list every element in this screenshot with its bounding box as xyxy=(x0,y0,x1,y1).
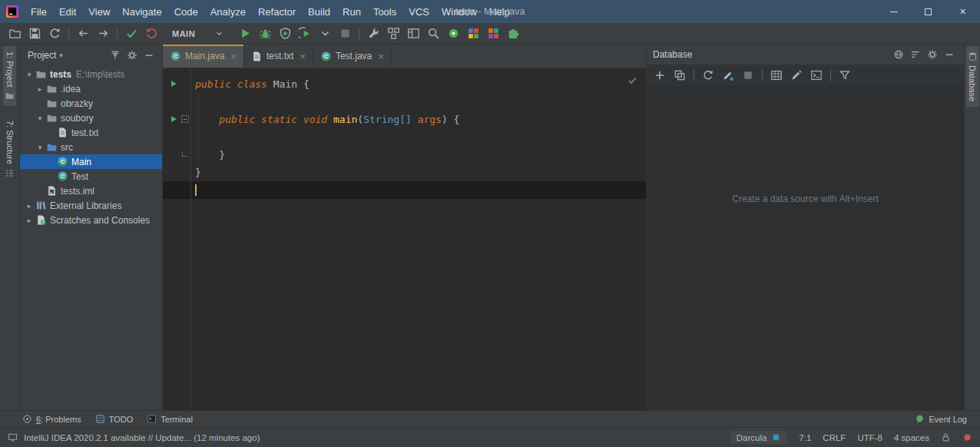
menu-window[interactable]: Window xyxy=(435,3,483,21)
chevron-down-icon[interactable]: ▾ xyxy=(25,71,34,78)
editor-tab-test-java[interactable]: CTest.java× xyxy=(313,45,392,68)
menu-vcs[interactable]: VCS xyxy=(402,3,435,21)
stop-db-button[interactable] xyxy=(738,66,758,84)
tree-item-test-txt[interactable]: test.txt xyxy=(20,125,162,140)
menu-build[interactable]: Build xyxy=(302,3,336,21)
menu-code[interactable]: Code xyxy=(168,3,204,21)
tree-item-main[interactable]: CMain xyxy=(20,154,162,169)
project-view-select[interactable]: Project ▾ xyxy=(25,48,66,62)
menu-edit[interactable]: Edit xyxy=(53,3,82,21)
refresh-button[interactable] xyxy=(698,66,718,84)
view-options-button[interactable] xyxy=(907,47,924,62)
toolwindow-button-6-problems[interactable]: 6: Problems xyxy=(15,411,88,427)
close-icon[interactable]: × xyxy=(300,51,306,61)
coverage-button[interactable] xyxy=(275,25,295,43)
filter-button[interactable] xyxy=(835,66,855,84)
toolwindow-button-7-structure[interactable]: 7: Structure xyxy=(3,115,16,184)
chevron-right-icon[interactable]: ▸ xyxy=(35,85,45,93)
hide-button[interactable] xyxy=(941,47,958,62)
run-gutter-icon[interactable] xyxy=(169,79,178,88)
chevron-down-button[interactable] xyxy=(315,25,335,43)
tree-item-src[interactable]: ▾src xyxy=(20,140,162,154)
tree-item-obrazky[interactable]: obrazky xyxy=(20,96,162,111)
layout-button[interactable] xyxy=(403,25,423,43)
debug-button[interactable] xyxy=(255,25,275,43)
status-message[interactable]: IntelliJ IDEA 2020.2.1 available // Upda… xyxy=(24,433,260,442)
puzzle-button[interactable] xyxy=(503,25,523,43)
code-line[interactable]: } xyxy=(163,164,646,181)
menu-file[interactable]: File xyxy=(25,3,53,21)
run-configuration-select[interactable]: MAIN xyxy=(167,28,229,38)
caret-position-widget[interactable]: 7:1 xyxy=(799,433,811,442)
open-button[interactable] xyxy=(5,25,25,43)
code-line[interactable]: } xyxy=(163,146,646,164)
plugin-grid-button[interactable] xyxy=(463,25,483,43)
console-button[interactable] xyxy=(806,66,826,84)
tree-item-scratches-and-consoles[interactable]: ▸Scratches and Consoles xyxy=(20,213,162,227)
close-icon[interactable]: × xyxy=(230,51,237,61)
gear-icon[interactable] xyxy=(124,48,141,63)
forward-button[interactable] xyxy=(93,25,113,43)
menu-navigate[interactable]: Navigate xyxy=(116,3,167,21)
tree-item-soubory[interactable]: ▾soubory xyxy=(20,111,162,125)
wrench-button[interactable] xyxy=(363,25,383,43)
collapse-all-button[interactable] xyxy=(107,48,124,63)
edit-button[interactable] xyxy=(786,66,806,84)
duplicate-button[interactable] xyxy=(670,66,690,84)
toolwindow-button-event-log[interactable]: Event Log xyxy=(908,411,974,427)
hide-panel-button[interactable] xyxy=(141,48,157,63)
toolwindow-button-terminal[interactable]: Terminal xyxy=(140,411,200,427)
minimize-button[interactable] xyxy=(876,0,911,23)
tree-item-idea[interactable]: ▸.idea xyxy=(20,81,162,96)
notification-dot-icon[interactable] xyxy=(962,432,972,442)
menu-view[interactable]: View xyxy=(82,3,116,21)
tree-item-tests[interactable]: ▾testsE:\tmp\tests xyxy=(20,67,162,81)
toolwindow-button-todo[interactable]: TODO xyxy=(88,411,141,427)
search-button[interactable] xyxy=(423,25,443,43)
save-button[interactable] xyxy=(25,25,45,43)
code-line[interactable] xyxy=(163,128,646,146)
rollback-button[interactable] xyxy=(141,25,161,43)
menu-tools[interactable]: Tools xyxy=(367,3,402,21)
tree-item-test[interactable]: CTest xyxy=(20,169,162,184)
tree-item-tests-iml[interactable]: tests.iml xyxy=(20,184,162,198)
chevron-right-icon[interactable]: ▸ xyxy=(25,217,34,224)
menu-analyze[interactable]: Analyze xyxy=(204,3,252,21)
run-gutter-icon[interactable] xyxy=(169,114,178,124)
code-line[interactable]: public class Main { xyxy=(163,75,646,93)
toolwindow-button-1-project[interactable]: 1: Project xyxy=(3,46,16,106)
chevron-right-icon[interactable]: ▸ xyxy=(25,202,34,210)
lock-icon[interactable] xyxy=(941,432,951,442)
code-editor[interactable]: public class Main {− public static void … xyxy=(163,68,646,410)
menu-run[interactable]: Run xyxy=(336,3,367,21)
close-button[interactable]: × xyxy=(945,0,980,23)
encoding-widget[interactable]: UTF-8 xyxy=(857,433,882,442)
chevron-down-icon[interactable]: ▾ xyxy=(35,114,45,122)
menu-help[interactable]: Help xyxy=(483,3,516,21)
theme-widget[interactable]: Darcula xyxy=(730,431,788,444)
close-icon[interactable]: × xyxy=(378,51,384,61)
editor-tab-test-txt[interactable]: test.txt× xyxy=(244,45,313,68)
gear-button[interactable] xyxy=(924,47,941,62)
fold-end-icon[interactable] xyxy=(182,151,187,157)
code-line[interactable] xyxy=(163,93,646,111)
tree-item-external-libraries[interactable]: ▸External Libraries xyxy=(20,198,162,213)
globe-button[interactable] xyxy=(890,47,907,62)
plus-button[interactable] xyxy=(650,66,670,84)
structure-button[interactable] xyxy=(383,25,403,43)
table-button[interactable] xyxy=(766,66,786,84)
fold-collapse-icon[interactable]: − xyxy=(181,115,189,123)
editor-tab-main-java[interactable]: CMain.java× xyxy=(163,45,244,68)
plugin-grid2-button[interactable] xyxy=(483,25,503,43)
line-separator-widget[interactable]: CRLF xyxy=(823,433,846,442)
chevron-down-icon[interactable]: ▾ xyxy=(35,144,45,151)
menu-refactor[interactable]: Refactor xyxy=(252,3,302,21)
maximize-button[interactable] xyxy=(911,0,945,23)
back-button[interactable] xyxy=(73,25,93,43)
ds-props-button[interactable] xyxy=(718,66,738,84)
code-line[interactable]: − public static void main(String[] args)… xyxy=(163,111,646,128)
green-dot-button[interactable] xyxy=(443,25,463,43)
code-line[interactable] xyxy=(163,181,646,199)
toolwindow-button-database[interactable]: Database xyxy=(966,46,979,107)
stop-button[interactable] xyxy=(335,25,355,43)
